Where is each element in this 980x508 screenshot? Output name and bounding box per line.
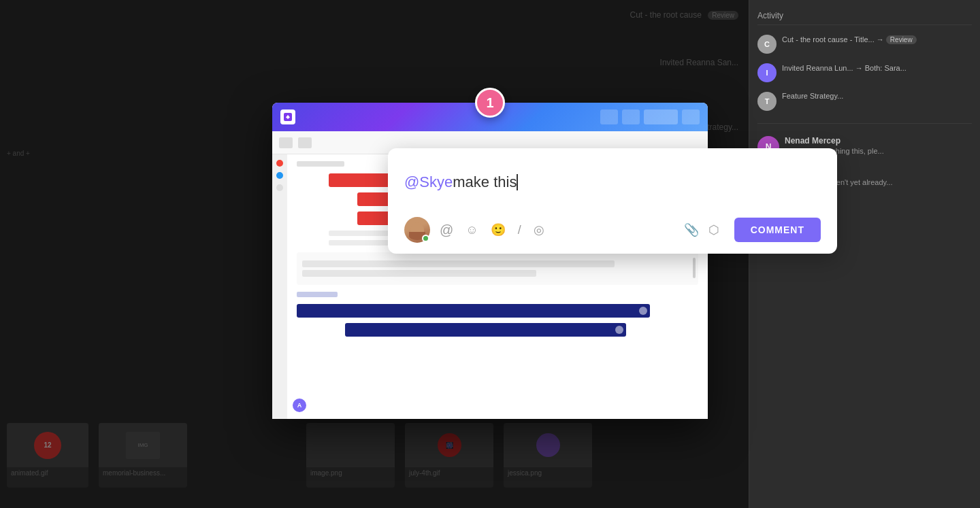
comment-toolbar: @ ☺ 🙂 / ◎ 📎 ⬡ COMMENT [404, 217, 821, 243]
blue-section [297, 292, 698, 337]
at-icon[interactable]: @ [440, 222, 453, 238]
comment-popup[interactable]: @Skye make this @ ☺ 🙂 / ◎ [388, 148, 837, 254]
slash-icon[interactable]: / [518, 223, 521, 237]
comment-button[interactable]: COMMENT [734, 218, 821, 242]
sidebar-dot-blue [276, 172, 283, 179]
blue-bar-1 [297, 304, 650, 318]
blue-bar-2 [345, 323, 626, 337]
preview-sidebar [272, 154, 287, 419]
sidebar-dot-gray [276, 184, 283, 191]
drive-icon[interactable]: ⬡ [708, 222, 719, 237]
gray-line-4 [302, 270, 536, 277]
blue-toggle-1 [639, 307, 647, 315]
attachment-icon[interactable]: 📎 [684, 222, 699, 237]
comment-text-area[interactable]: @Skye make this [404, 163, 821, 201]
topbar-icon-4 [682, 109, 700, 124]
preview-topbar-icons [600, 109, 700, 124]
smiley-icon[interactable]: 🙂 [491, 222, 506, 237]
gray-line-3 [302, 260, 615, 267]
blue-bar-2-row [297, 323, 698, 337]
notification-bubble: 1 [475, 88, 505, 118]
online-indicator [422, 235, 429, 242]
text-cursor [517, 174, 518, 190]
blue-toggle-2 [615, 326, 623, 334]
preview-bottom-avatar: A [293, 399, 306, 412]
comment-right-icons[interactable]: 📎 ⬡ [684, 222, 719, 237]
toolbar-icon-1 [279, 137, 293, 148]
middle-section [297, 252, 698, 285]
emoji-reaction-icon[interactable]: ☺ [466, 223, 478, 237]
comment-icons[interactable]: @ ☺ 🙂 / ◎ [440, 222, 674, 238]
comment-avatar-container [404, 217, 430, 243]
topbar-icon-3 [644, 109, 678, 124]
toolbar-icon-2 [298, 137, 312, 148]
preview-logo [280, 109, 295, 124]
record-icon[interactable]: ◎ [534, 222, 544, 237]
scrollbar [693, 258, 696, 278]
comment-mention: @Skye [404, 173, 453, 191]
section-header-bar [297, 161, 344, 167]
blue-label [297, 292, 338, 297]
modal-overlay: 1 [0, 0, 980, 508]
sidebar-dot-red [276, 160, 283, 167]
blue-bar-1-row [297, 304, 698, 318]
comment-body-text: make this [453, 173, 517, 191]
topbar-icon-2 [622, 109, 640, 124]
topbar-icon-1 [600, 109, 618, 124]
